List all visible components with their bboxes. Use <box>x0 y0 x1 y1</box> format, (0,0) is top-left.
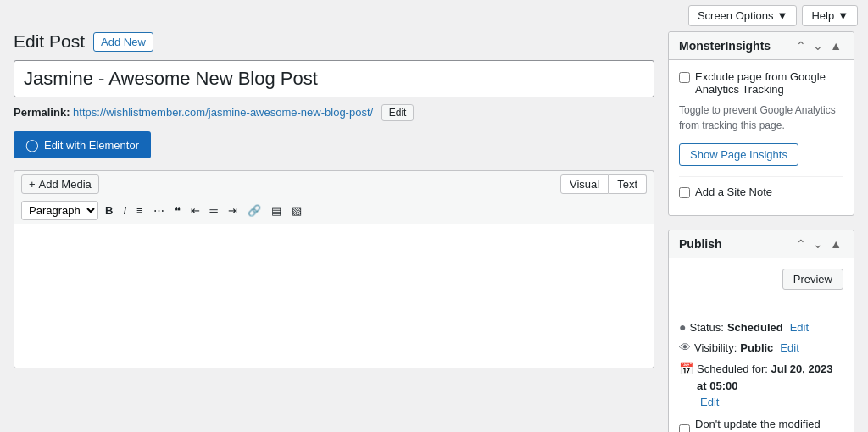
add-site-note-label: Add a Site Note <box>695 186 772 198</box>
show-page-insights-button[interactable]: Show Page Insights <box>679 143 798 166</box>
exclude-tracking-row: Exclude page from Google Analytics Track… <box>679 70 843 96</box>
blockquote-button[interactable]: ❝ <box>171 202 184 219</box>
format-select[interactable]: Paragraph <box>21 201 98 220</box>
scheduled-label: Scheduled for: <box>697 363 768 375</box>
right-panel: MonsterInsights ⌃ ⌄ ▲ Exclude page from … <box>668 31 854 432</box>
visual-text-tabs: Visual Text <box>560 174 647 194</box>
publish-body: Preview ● Status: Scheduled Edit 👁 Visib… <box>669 258 854 432</box>
screen-options-button[interactable]: Screen Options ▼ <box>688 5 797 26</box>
monster-insights-body: Exclude page from Google Analytics Track… <box>669 60 854 215</box>
visibility-edit-link[interactable]: Edit <box>780 341 798 354</box>
status-icon: ● <box>679 320 686 334</box>
divider <box>679 176 843 177</box>
elementor-button-label: Edit with Elementor <box>44 139 139 152</box>
permalink-row: Permalink: https://wishlistmember.com/ja… <box>14 104 654 121</box>
status-row: ● Status: Scheduled Edit <box>679 290 843 334</box>
monster-insights-title: MonsterInsights <box>679 39 771 53</box>
exclude-tracking-label: Exclude page from Google Analytics Track… <box>695 70 843 96</box>
page-title: Edit Post <box>14 31 85 52</box>
publish-widget-controls: ⌃ ⌄ ▲ <box>794 238 843 250</box>
preview-button[interactable]: Preview <box>782 269 843 290</box>
publish-header: Publish ⌃ ⌄ ▲ <box>669 230 854 258</box>
edit-elementor-button[interactable]: ◯ Edit with Elementor <box>14 131 151 158</box>
editor-body[interactable] <box>14 224 654 368</box>
dont-update-checkbox[interactable] <box>679 424 690 432</box>
align-right-button[interactable]: ⇥ <box>225 202 241 219</box>
main-layout: Edit Post Add New Permalink: https://wis… <box>0 31 868 432</box>
dont-update-label: Don't update the modified date <box>695 418 843 433</box>
permalink-edit-button[interactable]: Edit <box>381 104 415 121</box>
tab-visual[interactable]: Visual <box>560 174 609 194</box>
tab-text[interactable]: Text <box>609 174 647 194</box>
dont-update-row: Don't update the modified date <box>679 418 843 433</box>
visibility-icon: 👁 <box>679 341 691 354</box>
close-widget-button[interactable]: ▲ <box>828 40 843 52</box>
elementor-icon: ◯ <box>25 138 39 152</box>
scheduled-row: 📅 Scheduled for: Jul 20, 2023 at 05:00 E… <box>679 361 843 411</box>
screen-options-label: Screen Options <box>698 9 774 22</box>
align-left-button[interactable]: ⇤ <box>187 202 203 219</box>
exclude-tracking-checkbox[interactable] <box>679 72 690 83</box>
scheduled-edit-link[interactable]: Edit <box>700 396 719 408</box>
chevron-down-icon: ▼ <box>777 9 788 22</box>
bold-button[interactable]: B <box>102 202 116 219</box>
plus-icon: + <box>29 178 36 191</box>
add-media-button[interactable]: + Add Media <box>21 174 99 194</box>
monster-insights-header: MonsterInsights ⌃ ⌄ ▲ <box>669 32 854 60</box>
publish-close-button[interactable]: ▲ <box>828 238 843 250</box>
publish-widget: Publish ⌃ ⌄ ▲ Preview ● Status: Schedule… <box>668 230 854 432</box>
publish-collapse-up-button[interactable]: ⌃ <box>794 238 808 250</box>
align-center-button[interactable]: ═ <box>207 202 221 219</box>
permalink-label: Permalink: <box>14 106 70 119</box>
italic-button[interactable]: I <box>120 202 130 219</box>
ordered-list-button[interactable]: ⋯ <box>150 202 168 219</box>
link-button[interactable]: 🔗 <box>244 202 264 219</box>
calendar-icon: 📅 <box>679 362 693 375</box>
add-site-note-checkbox[interactable] <box>679 187 690 198</box>
editor-toolbar-row: + Add Media Visual Text <box>14 170 654 197</box>
collapse-up-button[interactable]: ⌃ <box>794 40 808 52</box>
permalink-link[interactable]: https://wishlistmember.com/jasmine-aweso… <box>73 106 373 119</box>
unordered-list-button[interactable]: ≡ <box>133 202 147 219</box>
chevron-down-icon: ▼ <box>837 9 849 22</box>
visibility-label: Visibility: <box>694 341 737 354</box>
visibility-value: Public <box>740 341 773 354</box>
status-value: Scheduled <box>727 321 783 334</box>
table-button[interactable]: ▤ <box>268 202 285 219</box>
left-panel: Edit Post Add New Permalink: https://wis… <box>14 31 654 368</box>
hint-text: Toggle to prevent Google Analytics from … <box>679 102 843 133</box>
visibility-row: 👁 Visibility: Public Edit <box>679 341 843 354</box>
add-media-label: Add Media <box>39 178 92 191</box>
page-title-row: Edit Post Add New <box>14 31 654 52</box>
scheduled-text: Scheduled for: Jul 20, 2023 at 05:00 Edi… <box>697 361 843 411</box>
collapse-down-button[interactable]: ⌄ <box>811 40 825 52</box>
add-new-button[interactable]: Add New <box>93 32 153 52</box>
add-site-note-row: Add a Site Note <box>679 186 843 198</box>
status-label: Status: <box>689 321 723 334</box>
publish-collapse-down-button[interactable]: ⌄ <box>811 238 825 250</box>
help-button[interactable]: Help ▼ <box>802 5 858 26</box>
fullscreen-button[interactable]: ▧ <box>288 202 305 219</box>
format-bar: Paragraph B I ≡ ⋯ ❝ ⇤ ═ ⇥ 🔗 ▤ ▧ <box>14 197 654 224</box>
top-bar: Screen Options ▼ Help ▼ <box>0 0 868 31</box>
post-title-input[interactable] <box>14 60 654 97</box>
publish-title: Publish <box>679 237 722 251</box>
monster-insights-widget: MonsterInsights ⌃ ⌄ ▲ Exclude page from … <box>668 31 854 216</box>
widget-controls: ⌃ ⌄ ▲ <box>794 40 843 52</box>
status-edit-link[interactable]: Edit <box>790 321 809 334</box>
help-label: Help <box>811 9 834 22</box>
